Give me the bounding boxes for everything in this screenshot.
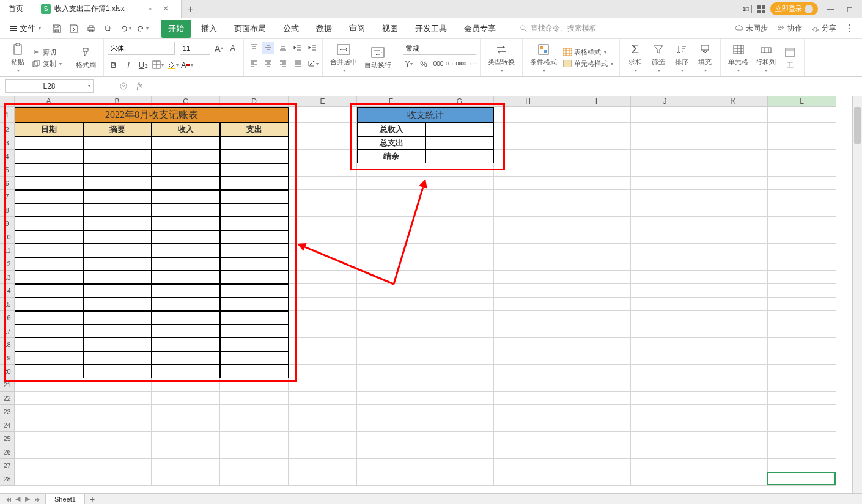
border-icon[interactable]: ▾: [152, 59, 164, 71]
cell-L20[interactable]: [768, 365, 836, 378]
cell-G22[interactable]: [425, 392, 494, 405]
cell-K15[interactable]: [699, 298, 768, 311]
merge-center-button[interactable]: 合并居中▾: [326, 43, 361, 73]
sheet-tab[interactable]: Sheet1: [45, 494, 85, 504]
cell-C14[interactable]: [152, 284, 220, 298]
tab-developer[interactable]: 开发工具: [408, 20, 454, 38]
cell-D7[interactable]: [220, 190, 289, 203]
undo-icon[interactable]: ▾: [119, 23, 131, 35]
cell-K26[interactable]: [699, 445, 768, 459]
cell-D22[interactable]: [220, 392, 289, 405]
cell-D20[interactable]: [220, 365, 289, 378]
cell-B16[interactable]: [83, 311, 152, 324]
col-header-L[interactable]: L: [768, 96, 836, 107]
cell-G4[interactable]: [425, 150, 494, 163]
cell-H4[interactable]: [494, 150, 562, 163]
cell-F15[interactable]: [357, 298, 425, 311]
worksheet-button[interactable]: 工: [779, 46, 800, 70]
type-convert-button[interactable]: 类型转换▾: [484, 43, 518, 73]
cell-H5[interactable]: [494, 163, 562, 177]
cell-L28[interactable]: [768, 472, 836, 486]
cell-A12[interactable]: [15, 257, 83, 271]
font-name-select[interactable]: [108, 42, 175, 55]
cell-G13[interactable]: [425, 271, 494, 284]
cell-H24[interactable]: [494, 418, 562, 432]
copy-button[interactable]: 复制▾: [29, 59, 64, 69]
tab-menu-icon[interactable]: ▫: [149, 4, 159, 14]
cell-B19[interactable]: [83, 351, 152, 365]
save-as-icon[interactable]: [68, 23, 80, 35]
cell-L26[interactable]: [768, 445, 836, 459]
cell-A21[interactable]: [15, 378, 83, 392]
fx-icon[interactable]: fx: [134, 81, 145, 92]
cell-E7[interactable]: [289, 190, 357, 203]
cell-A11[interactable]: [15, 244, 83, 257]
scroll-thumb[interactable]: [854, 107, 861, 144]
cell-I2[interactable]: [562, 123, 631, 136]
name-box[interactable]: L28▾: [5, 79, 94, 93]
cell-G21[interactable]: [425, 378, 494, 392]
cell-F19[interactable]: [357, 351, 425, 365]
cell-C28[interactable]: [152, 472, 220, 486]
cell-I7[interactable]: [562, 190, 631, 203]
sheet-last-icon[interactable]: ⏭: [33, 495, 42, 503]
cell-F20[interactable]: [357, 365, 425, 378]
cell-K10[interactable]: [699, 230, 768, 244]
cell-B6[interactable]: [83, 177, 152, 190]
cell-A10[interactable]: [15, 230, 83, 244]
row-header-20[interactable]: 20: [0, 365, 15, 378]
cell-H14[interactable]: [494, 284, 562, 298]
search-box[interactable]: 查找命令、搜索模板: [515, 21, 601, 35]
cell-C15[interactable]: [152, 298, 220, 311]
cell-A24[interactable]: [15, 418, 83, 432]
cell-G20[interactable]: [425, 365, 494, 378]
font-size-select[interactable]: [180, 42, 210, 55]
cell-E25[interactable]: [289, 432, 357, 445]
sum-button[interactable]: Σ求和▾: [624, 43, 647, 73]
cell-B21[interactable]: [83, 378, 152, 392]
cell-K13[interactable]: [699, 271, 768, 284]
cell-E21[interactable]: [289, 378, 357, 392]
tab-data[interactable]: 数据: [309, 20, 339, 38]
col-header-E[interactable]: E: [289, 96, 357, 107]
cell-A18[interactable]: [15, 338, 83, 351]
cell-A7[interactable]: [15, 190, 83, 203]
cell-K24[interactable]: [699, 418, 768, 432]
cell-I14[interactable]: [562, 284, 631, 298]
cell-K23[interactable]: [699, 405, 768, 418]
cell-A22[interactable]: [15, 392, 83, 405]
cell-D8[interactable]: [220, 203, 289, 217]
cell-D26[interactable]: [220, 445, 289, 459]
cell-G15[interactable]: [425, 298, 494, 311]
cell-J6[interactable]: [631, 177, 699, 190]
cell-E8[interactable]: [289, 203, 357, 217]
cell-G7[interactable]: [425, 190, 494, 203]
cell-D16[interactable]: [220, 311, 289, 324]
cell-A13[interactable]: [15, 271, 83, 284]
cell-H2[interactable]: [494, 123, 562, 136]
cell-A8[interactable]: [15, 203, 83, 217]
cell-F5[interactable]: [357, 163, 425, 177]
cell-G8[interactable]: [425, 203, 494, 217]
cell-L6[interactable]: [768, 177, 836, 190]
row-header-7[interactable]: 7: [0, 190, 15, 203]
cell-E6[interactable]: [289, 177, 357, 190]
cancel-fx-icon[interactable]: [118, 81, 129, 92]
cell-H1[interactable]: [494, 107, 562, 123]
cell-C2[interactable]: [152, 123, 220, 136]
sheet-next-icon[interactable]: ▶: [23, 495, 32, 503]
col-header-K[interactable]: K: [699, 96, 768, 107]
cell-A6[interactable]: [15, 177, 83, 190]
cell-E18[interactable]: [289, 338, 357, 351]
col-header-A[interactable]: A: [15, 96, 83, 107]
row-header-16[interactable]: 16: [0, 311, 15, 324]
col-header-F[interactable]: F: [357, 96, 425, 107]
cell-C13[interactable]: [152, 271, 220, 284]
cell-E19[interactable]: [289, 351, 357, 365]
cell-L22[interactable]: [768, 392, 836, 405]
cell-H7[interactable]: [494, 190, 562, 203]
cell-H28[interactable]: [494, 472, 562, 486]
cell-L19[interactable]: [768, 351, 836, 365]
cell-G14[interactable]: [425, 284, 494, 298]
number-format-select[interactable]: [403, 42, 476, 55]
